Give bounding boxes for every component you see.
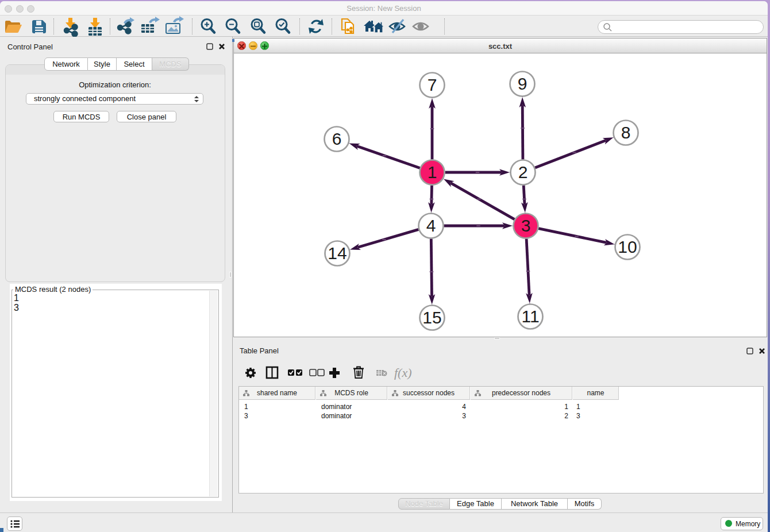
svg-text:7: 7 — [428, 75, 437, 94]
svg-text:8: 8 — [621, 123, 631, 142]
svg-text:4: 4 — [426, 216, 436, 235]
svg-text:2: 2 — [518, 163, 528, 182]
svg-text:14: 14 — [328, 244, 346, 263]
svg-text:9: 9 — [518, 74, 528, 93]
svg-text:3: 3 — [521, 216, 531, 235]
svg-text:6: 6 — [332, 129, 342, 148]
svg-text:15: 15 — [422, 308, 441, 327]
svg-text:11: 11 — [521, 307, 539, 326]
svg-text:10: 10 — [618, 237, 637, 256]
svg-text:1: 1 — [428, 163, 437, 182]
svg-text:f(x): f(x) — [394, 365, 412, 380]
